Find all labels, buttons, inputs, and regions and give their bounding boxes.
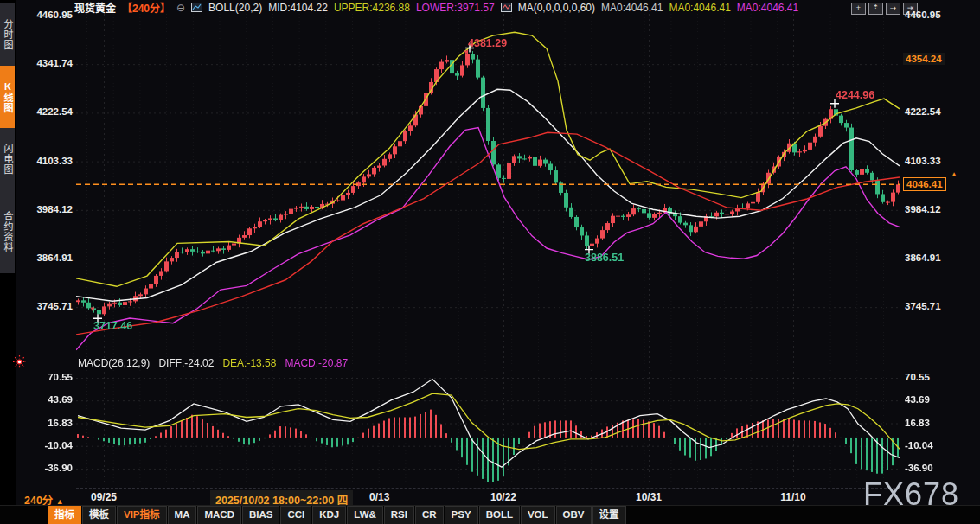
y-axis-label-right: 3864.91	[905, 252, 958, 263]
macd-axis-label-right: 43.69	[905, 394, 958, 405]
indicator-tab-bar: 指标模板VIP指标MAMACDBIASCCIKDJLW&RSICRPSYBOLL…	[0, 505, 980, 524]
tab-MA[interactable]: MA	[168, 506, 197, 524]
marker-arrow-icon: ▼	[463, 48, 470, 56]
ma-indicator-icon[interactable]	[501, 3, 512, 12]
price-annotation: 4244.96	[836, 89, 874, 101]
macd-axis-label-left: -36.90	[19, 463, 73, 473]
boll-indicator-icon[interactable]	[191, 3, 202, 12]
y-axis-label-right: 4460.95	[905, 10, 958, 20]
y-axis-label-right: 4103.33	[905, 156, 958, 166]
y-axis-label-left: 4222.54	[19, 106, 73, 117]
sidebar-item-3[interactable]: 闪电图	[0, 128, 15, 190]
alert-flash-icon	[12, 355, 27, 369]
macd-header: MACD(26,12,9) DIFF:-24.02 DEA:-13.58 MAC…	[78, 357, 348, 369]
macd-macd-value: MACD:-20.87	[285, 357, 348, 369]
macd-axis-label-right: 70.55	[905, 372, 958, 382]
chart-type-sidebar: 分时图K线图闪电图合约资料	[0, 0, 16, 524]
indicator-tabs: 指标模板VIP指标MAMACDBIASCCIKDJLW&RSICRPSYBOLL…	[48, 506, 627, 524]
kline-chart-canvas[interactable]	[76, 12, 900, 482]
price-annotation: 3886.51	[585, 252, 624, 264]
sidebar-item-4[interactable]: 合约资料	[0, 190, 15, 273]
macd-diff-value: DIFF:-24.02	[158, 357, 214, 369]
macd-axis-label-right: -36.90	[905, 463, 958, 473]
tab-指标[interactable]: 指标	[48, 506, 81, 524]
macd-axis-label-left: 43.69	[19, 394, 73, 405]
tab-CR[interactable]: CR	[415, 506, 444, 524]
y-axis-label-right: 3745.71	[905, 301, 958, 311]
tab-VOL[interactable]: VOL	[521, 506, 555, 524]
tab-MACD[interactable]: MACD	[197, 506, 241, 524]
price-up-arrow-icon: ▲	[951, 170, 958, 178]
date-tick: 09/25	[91, 491, 117, 503]
y-axis-label-left: 3745.71	[19, 301, 73, 311]
sidebar-item-1[interactable]: 分时图	[0, 3, 15, 66]
y-axis-label-left: 3984.12	[19, 204, 73, 214]
marker-arrow-icon: ▼	[89, 305, 96, 313]
high-price-badge: 4354.24	[903, 53, 945, 65]
y-axis-label-right: 3984.12	[905, 204, 958, 214]
macd-formula: MACD(26,12,9)	[78, 357, 150, 369]
macd-axis-label-left: 70.55	[19, 372, 73, 382]
macd-axis-label-left: -10.04	[19, 440, 73, 451]
macd-axis-label-left: 16.83	[19, 418, 73, 428]
macd-dea-value: DEA:-13.58	[222, 357, 276, 369]
tab-LW&[interactable]: LW&	[347, 506, 383, 524]
date-tick: 10/22	[490, 491, 516, 503]
tab-KDJ[interactable]: KDJ	[312, 506, 346, 524]
price-annotation: 3717.46	[93, 320, 132, 332]
y-axis-label-left: 4460.95	[19, 10, 73, 20]
date-tick: 11/10	[780, 491, 805, 503]
date-tick: 0/13	[369, 491, 389, 503]
tab-BIAS[interactable]: BIAS	[242, 506, 279, 524]
time-axis-separator	[76, 488, 900, 489]
tab-BOLL[interactable]: BOLL	[479, 506, 520, 524]
y-axis-label-left: 4103.33	[19, 156, 73, 166]
tab-VIP指标[interactable]: VIP指标	[117, 506, 167, 524]
tab-OBV[interactable]: OBV	[556, 506, 592, 524]
y-axis-label-left: 4341.74	[19, 58, 73, 68]
macd-axis-label-right: 16.83	[905, 418, 958, 428]
sidebar-item-2[interactable]: K线图	[0, 66, 15, 128]
macd-axis-label-right: -10.04	[905, 440, 958, 451]
y-axis-label-right: 4222.54	[905, 106, 958, 117]
tab-PSY[interactable]: PSY	[445, 506, 478, 524]
y-axis-label-left: 3864.91	[19, 252, 73, 263]
date-tick: 10/31	[636, 491, 662, 503]
tab-模板[interactable]: 模板	[82, 506, 116, 524]
tab-RSI[interactable]: RSI	[384, 506, 414, 524]
tab-设置[interactable]: 设置	[592, 506, 626, 524]
trading-app-window: 分时图K线图闪电图合约资料 现货黄金 【240分】 ⊖ BOLL(20,2) M…	[0, 0, 980, 524]
price-annotation: 4381.29	[468, 37, 507, 49]
current-price-badge: 4046.41	[903, 177, 946, 191]
tab-CCI[interactable]: CCI	[280, 506, 311, 524]
